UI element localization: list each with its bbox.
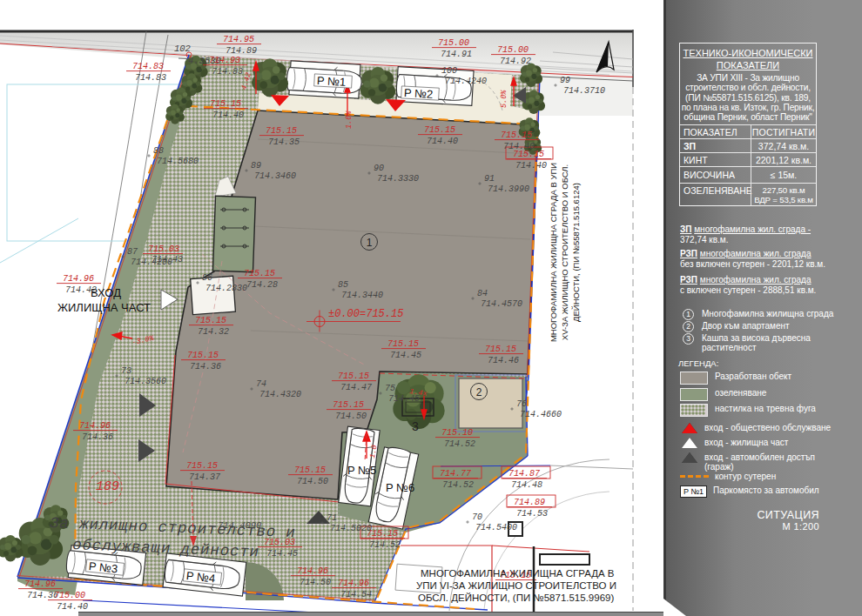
svg-text:714.35: 714.35 <box>268 137 300 147</box>
svg-text:ЖИЛИЩНА ЧАСТ: ЖИЛИЩНА ЧАСТ <box>57 301 151 314</box>
svg-text:714.4660: 714.4660 <box>520 410 562 419</box>
svg-text:90: 90 <box>374 164 384 173</box>
svg-text:89: 89 <box>251 161 261 171</box>
svg-text:715.00: 715.00 <box>497 45 529 55</box>
svg-text:714.42: 714.42 <box>65 285 97 295</box>
svg-text:714.52: 714.52 <box>442 480 474 490</box>
svg-text:714.40: 714.40 <box>515 161 547 171</box>
svg-text:76: 76 <box>516 399 527 409</box>
svg-text:714.3460: 714.3460 <box>254 171 296 181</box>
svg-text:715.03: 715.03 <box>264 538 295 547</box>
svg-text:714.50: 714.50 <box>300 578 331 587</box>
svg-text:715.15: 715.15 <box>187 351 219 360</box>
svg-text:714.48: 714.48 <box>511 480 542 490</box>
svg-text:715.00: 715.00 <box>54 591 85 600</box>
svg-text:715.15: 715.15 <box>338 372 369 381</box>
svg-text:714.95: 714.95 <box>223 35 254 44</box>
svg-text:±0.00=715.15: ±0.00=715.15 <box>328 308 403 320</box>
svg-text:715.15: 715.15 <box>244 269 275 278</box>
svg-text:УПИ VI-ЗА ЖИЛИЩНО СТРОИТЕЛСТВО: УПИ VI-ЗА ЖИЛИЩНО СТРОИТЕЛСТВО И <box>416 580 616 591</box>
svg-text:714.3990: 714.3990 <box>488 184 529 194</box>
svg-text:715.10: 715.10 <box>441 428 473 438</box>
svg-text:88: 88 <box>153 146 164 156</box>
svg-text:91: 91 <box>484 174 495 184</box>
svg-text:714.3440: 714.3440 <box>341 291 383 300</box>
svg-text:99: 99 <box>560 76 570 85</box>
svg-text:714.40: 714.40 <box>427 137 458 146</box>
svg-text:714.46: 714.46 <box>488 356 519 365</box>
svg-text:100: 100 <box>441 66 457 76</box>
svg-text:ДЕЙНОСТИ, (ПИ №55871.515.6124): ДЕЙНОСТИ, (ПИ №55871.515.6124) <box>571 183 581 322</box>
svg-text:P №1: P №1 <box>317 74 347 89</box>
svg-text:715.15: 715.15 <box>513 150 544 159</box>
svg-text:714.52: 714.52 <box>444 439 475 449</box>
svg-text:715.15: 715.15 <box>294 465 326 475</box>
svg-text:714.50: 714.50 <box>335 412 367 421</box>
svg-text:714.47: 714.47 <box>340 383 372 392</box>
svg-text:714.4200: 714.4200 <box>131 258 172 267</box>
svg-text:715.15: 715.15 <box>387 339 419 349</box>
svg-text:715.03: 715.03 <box>148 244 179 254</box>
svg-text:ОБСЛ. ДЕЙНОСТИ, (ПИ №5871.515.: ОБСЛ. ДЕЙНОСТИ, (ПИ №5871.515.9969) <box>418 593 614 603</box>
svg-text:87: 87 <box>127 247 138 257</box>
svg-text:P №2: P №2 <box>404 86 434 101</box>
svg-text:714.3710: 714.3710 <box>563 86 605 96</box>
svg-text:2: 2 <box>476 386 482 398</box>
svg-text:715.15: 715.15 <box>266 126 297 136</box>
svg-text:714.89: 714.89 <box>226 46 257 56</box>
svg-text:714.3560: 714.3560 <box>125 377 166 386</box>
svg-text:714.45: 714.45 <box>266 549 298 559</box>
svg-text:189: 189 <box>96 479 119 494</box>
svg-text:714.4570: 714.4570 <box>481 299 522 309</box>
svg-text:715.15: 715.15 <box>210 99 241 109</box>
svg-text:XV-ЗА ЖИЛИЩНО СТРОИТЕЛСТВО И О: XV-ЗА ЖИЛИЩНО СТРОИТЕЛСТВО И ОБСЛ. <box>560 164 569 340</box>
svg-text:714.2830: 714.2830 <box>205 284 247 293</box>
svg-text:714.36: 714.36 <box>190 362 221 372</box>
svg-text:МНОГОФАМИЛНА ЖИЛИЩНА СГРАДА В: МНОГОФАМИЛНА ЖИЛИЩНА СГРАДА В УПИ <box>549 163 558 342</box>
svg-text:714.96: 714.96 <box>63 274 94 284</box>
svg-text:715.15: 715.15 <box>485 345 516 354</box>
svg-text:714.96: 714.96 <box>338 579 369 588</box>
svg-text:714.50: 714.50 <box>297 477 328 486</box>
svg-text:715.15: 715.15 <box>333 400 364 410</box>
svg-text:714.54: 714.54 <box>340 590 372 599</box>
svg-text:714.93: 714.93 <box>209 56 240 65</box>
svg-text:714.28: 714.28 <box>246 280 278 290</box>
svg-text:84: 84 <box>477 289 488 298</box>
svg-text:714.83: 714.83 <box>132 62 164 71</box>
svg-text:714.32: 714.32 <box>198 327 229 337</box>
svg-text:P №5: P №5 <box>347 464 376 477</box>
svg-text:715.00: 715.00 <box>438 38 469 48</box>
svg-text:714.45: 714.45 <box>390 351 421 360</box>
svg-text:P №6: P №6 <box>386 481 414 494</box>
svg-text:71: 71 <box>327 513 337 523</box>
svg-text:714.53: 714.53 <box>516 509 548 519</box>
svg-text:714.5020: 714.5020 <box>330 524 372 533</box>
svg-text:3: 3 <box>412 419 419 433</box>
svg-text:714.4240: 714.4240 <box>445 77 487 86</box>
svg-text:714.40: 714.40 <box>212 110 244 120</box>
svg-text:714.96: 714.96 <box>24 579 56 589</box>
svg-text:714.83: 714.83 <box>212 67 243 77</box>
svg-text:714.4320: 714.4320 <box>259 390 301 399</box>
svg-text:86: 86 <box>202 273 212 283</box>
svg-text:714.83: 714.83 <box>135 73 166 83</box>
svg-text:1.0%: 1.0% <box>345 110 354 129</box>
svg-text:714.92: 714.92 <box>500 57 531 66</box>
svg-text:714.40: 714.40 <box>57 602 88 612</box>
svg-text:73: 73 <box>121 366 131 376</box>
svg-text:714.36: 714.36 <box>82 432 113 442</box>
svg-text:75: 75 <box>385 384 395 393</box>
svg-text:1: 1 <box>367 237 373 249</box>
svg-text:5.0%: 5.0% <box>500 90 508 108</box>
svg-text:74: 74 <box>256 379 266 389</box>
svg-text:714.96: 714.96 <box>79 421 111 431</box>
svg-text:715.15: 715.15 <box>424 125 455 135</box>
svg-text:714.87: 714.87 <box>508 469 540 479</box>
svg-text:714.91: 714.91 <box>441 50 472 59</box>
svg-text:85: 85 <box>338 280 348 290</box>
svg-text:714.52: 714.52 <box>369 540 401 550</box>
svg-text:715.15: 715.15 <box>186 461 218 471</box>
svg-text:714.37: 714.37 <box>189 472 220 482</box>
svg-text:714.89: 714.89 <box>514 498 545 507</box>
